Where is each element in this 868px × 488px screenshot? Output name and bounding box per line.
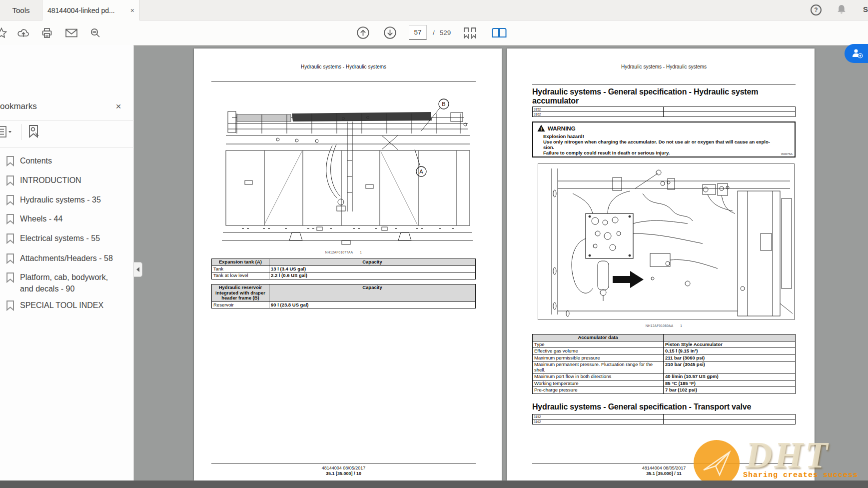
bookmark-item-label: Platform, cab, bodywork, and decals - 90 — [20, 272, 120, 294]
reservoir-table: Hydraulic reservoir integrated with drap… — [211, 284, 476, 308]
divider — [0, 148, 134, 148]
table-header — [664, 334, 796, 342]
locate-bookmark-icon[interactable] — [27, 124, 42, 142]
pdf-page-right: Hydraulic systems - Hydraulic systems Hy… — [507, 48, 815, 480]
warning-box: ! WARNING Explosion hazard! Use only nit… — [532, 122, 796, 158]
bookmark-item-label: SPECIAL TOOL INDEX — [20, 300, 120, 311]
warning-line2: sion. — [543, 144, 795, 150]
pdf-page-left: Hydraulic systems - Hydraulic systems — [194, 48, 502, 480]
next-page-icon[interactable] — [383, 20, 397, 45]
model-table: 3152 3162 — [532, 106, 796, 117]
bookmark-item-electrical-systems[interactable]: Electrical systems - 55 — [0, 232, 134, 244]
table-row: 3152 — [533, 414, 796, 420]
chevron-left-icon — [136, 267, 139, 272]
warning-line1: Use only nitrogen when charging the accu… — [543, 139, 795, 144]
bookmark-item-wheels[interactable]: Wheels - 44 — [0, 213, 134, 224]
table-row: Tank at low level 2.2 l (0.6 US gal) — [212, 272, 476, 280]
table-row: Working temperature 85 °C (185 °F) — [533, 380, 796, 387]
bookmark-item-label: Electrical systems - 55 — [20, 232, 120, 244]
favorite-star-icon[interactable] — [0, 20, 8, 45]
running-head: Hydraulic systems - Hydraulic systems — [532, 64, 796, 70]
table-header: Accumulator data — [533, 334, 664, 342]
bookmarks-close-icon[interactable]: × — [112, 100, 125, 113]
callout-b: B — [442, 101, 445, 107]
footer-doc-code: 48144004 08/05/2017 — [211, 466, 476, 470]
bookmarks-panel-title: ookmarks — [0, 102, 37, 112]
bookmark-item-label: Contents — [20, 155, 120, 166]
bookmark-icon — [6, 272, 14, 283]
notifications-icon[interactable] — [836, 4, 848, 18]
table-row: Effective gas volume 0.15 l (9.15 in³) — [533, 348, 796, 355]
tab-bar: Tools 48144004-linked pd... × ? S — [0, 0, 868, 20]
figure-caption: NH12AF01080AA1 — [532, 324, 796, 328]
table-row: Maximum permissible pressure 211 bar (30… — [533, 354, 796, 362]
signin-partial-text[interactable]: S — [863, 5, 868, 14]
divider — [21, 124, 21, 140]
table-row: 3162 — [533, 420, 796, 424]
acrobat-window: Tools 48144004-linked pd... × ? S — [0, 0, 868, 488]
bookmark-item-attachments-headers[interactable]: Attachments/Headers - 58 — [0, 252, 134, 264]
running-head: Hydraulic systems - Hydraulic systems — [211, 64, 476, 70]
bookmark-item-hydraulic-systems[interactable]: Hydraulic systems - 35 — [0, 194, 134, 206]
help-icon[interactable]: ? — [811, 4, 822, 16]
table-row: 3152 — [533, 107, 796, 112]
bookmarks-panel: ookmarks × Contents INTRODUCTIO — [0, 45, 134, 480]
search-icon[interactable] — [88, 20, 102, 45]
tab-tools[interactable]: Tools — [0, 0, 42, 20]
table-row: Reservoir 90 l (23.8 US gal) — [212, 302, 476, 308]
two-page-view-icon[interactable] — [490, 20, 509, 45]
main-toolbar: 57 / 529 — [0, 20, 868, 46]
tab-document-label: 48144004-linked pd... — [47, 6, 127, 14]
table-header: Hydraulic reservoir integrated with drap… — [212, 284, 269, 302]
add-person-icon — [851, 48, 864, 60]
divider — [532, 84, 796, 85]
section-title-transport-valve: Hydraulic systems - General specificatio… — [532, 402, 796, 412]
horizontal-scrollbar[interactable] — [0, 480, 868, 488]
email-icon[interactable] — [64, 20, 78, 45]
expansion-tank-table: Expansion tank (A) Capacity Tank 13 l (3… — [211, 258, 476, 280]
divider — [211, 463, 476, 464]
page-number-input[interactable]: 57 — [409, 25, 427, 40]
divider — [211, 81, 476, 82]
svg-text:!: ! — [540, 126, 542, 132]
print-icon[interactable] — [40, 20, 54, 45]
tab-document[interactable]: 48144004-linked pd... × — [42, 0, 140, 20]
warning-label: WARNING — [548, 126, 576, 132]
table-row: Tank 13 l (3.4 US gal) — [212, 266, 476, 272]
watermark-tagline: Sharing creates success — [743, 471, 858, 480]
warning-line3: Failure to comply could result in death … — [543, 150, 795, 156]
footer-page-ref: 35.1 [35.000] / 10 — [211, 471, 476, 476]
cloud-upload-icon[interactable] — [16, 20, 30, 45]
bookmark-icon — [6, 253, 14, 264]
callout-a: A — [419, 168, 423, 174]
bookmark-icon — [6, 233, 14, 244]
organize-pages-icon[interactable] — [461, 20, 479, 45]
table-header: Expansion tank (A) — [212, 259, 269, 266]
tab-close-icon[interactable]: × — [130, 6, 134, 14]
bookmarks-options-icon[interactable] — [0, 125, 13, 141]
bookmark-item-label: INTRODUCTION — [20, 174, 120, 186]
previous-page-icon[interactable] — [356, 20, 370, 45]
bookmark-icon — [6, 175, 14, 186]
bookmark-item-label: Wheels - 44 — [20, 213, 120, 224]
bookmark-icon — [6, 194, 14, 206]
bookmark-item-introduction[interactable]: INTRODUCTION — [0, 174, 134, 186]
sidebar-collapse-button[interactable] — [134, 262, 142, 277]
page-separator: / — [431, 20, 437, 45]
bookmark-item-contents[interactable]: Contents — [0, 155, 134, 166]
table-row: Type Piston Style Accumulator — [533, 341, 796, 348]
bookmark-item-platform-cab[interactable]: Platform, cab, bodywork, and decals - 90 — [0, 272, 134, 294]
section-title-accumulator: Hydraulic systems - General specificatio… — [532, 88, 796, 106]
figure-accumulator-valve — [538, 164, 795, 322]
table-header: Capacity — [269, 259, 476, 266]
bookmark-icon — [6, 214, 14, 224]
figure-draper-header: B A — [217, 86, 476, 250]
table-row: Pre-charge pressure 7 bar (102 psi) — [533, 387, 796, 394]
table-row: Maximum permanent pressure. Fluctuation … — [533, 362, 796, 374]
figure-arrow — [613, 271, 644, 288]
paper-plane-icon — [694, 440, 740, 486]
share-button[interactable] — [845, 44, 868, 63]
table-header: Capacity — [269, 284, 476, 302]
bookmark-item-special-tool-index[interactable]: SPECIAL TOOL INDEX — [0, 300, 134, 311]
divider — [0, 120, 134, 120]
